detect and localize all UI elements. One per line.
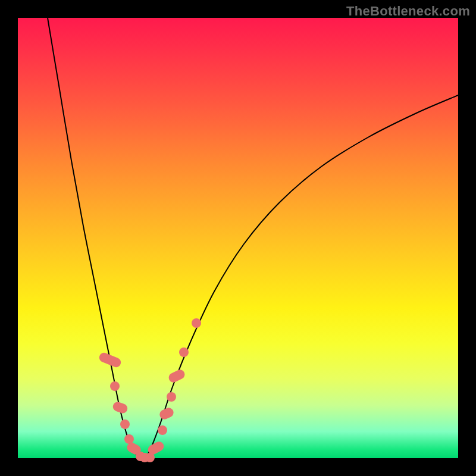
data-point	[167, 392, 176, 402]
data-cluster	[112, 400, 129, 415]
data-markers	[98, 318, 201, 462]
data-point	[179, 347, 189, 357]
chart-svg	[18, 18, 458, 458]
data-cluster	[98, 351, 122, 368]
watermark-label: TheBottleneck.com	[346, 4, 470, 19]
left-curve	[48, 18, 143, 458]
chart-stage: TheBottleneck.com	[0, 0, 476, 476]
data-cluster	[167, 368, 186, 384]
data-point	[110, 381, 120, 391]
data-cluster	[158, 406, 175, 421]
data-point	[124, 434, 134, 444]
right-curve	[146, 95, 458, 458]
data-point	[192, 318, 201, 328]
data-point	[120, 419, 130, 429]
data-point	[158, 425, 167, 435]
